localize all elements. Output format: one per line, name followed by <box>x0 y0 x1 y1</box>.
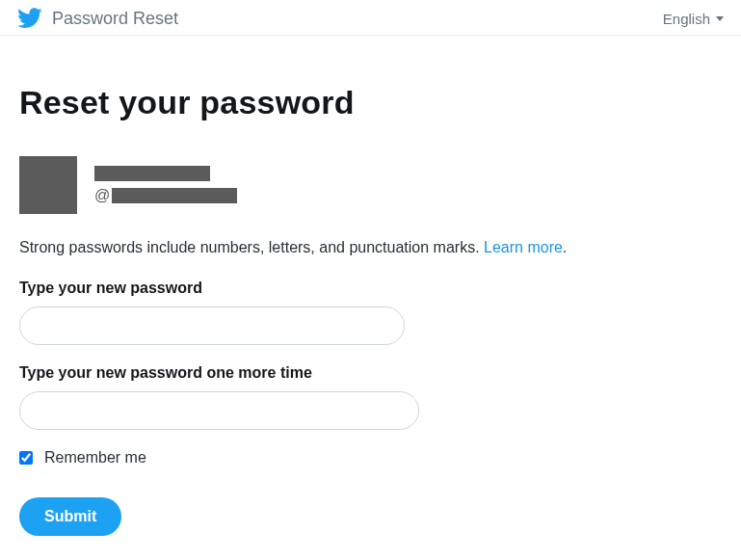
new-password-label: Type your new password <box>19 280 722 297</box>
topbar: Password Reset English <box>0 0 741 36</box>
password-hint: Strong passwords include numbers, letter… <box>19 239 722 256</box>
user-meta: @ <box>94 166 237 204</box>
user-handle-row: @ <box>94 187 237 204</box>
user-name-redacted <box>94 166 210 181</box>
submit-button[interactable]: Submit <box>19 497 121 536</box>
learn-more-link[interactable]: Learn more <box>484 239 563 255</box>
hint-text: Strong passwords include numbers, letter… <box>19 239 484 255</box>
page-title: Reset your password <box>19 84 722 121</box>
user-row: @ <box>19 156 722 214</box>
language-selector[interactable]: English <box>663 11 724 27</box>
avatar <box>19 156 77 214</box>
main-content: Reset your password @ Strong passwords i… <box>0 84 741 536</box>
chevron-down-icon <box>716 16 724 21</box>
confirm-password-input[interactable] <box>19 391 419 430</box>
new-password-field-wrap: Type your new password <box>19 280 722 345</box>
language-label: English <box>663 11 710 27</box>
twitter-bird-icon <box>17 8 42 29</box>
topbar-left: Password Reset <box>17 8 178 29</box>
at-symbol: @ <box>94 187 110 204</box>
hint-suffix: . <box>563 239 567 255</box>
remember-me-label: Remember me <box>44 449 146 467</box>
remember-me-checkbox[interactable] <box>19 451 33 465</box>
remember-me-row: Remember me <box>19 449 722 467</box>
new-password-input[interactable] <box>19 307 405 345</box>
confirm-password-field-wrap: Type your new password one more time <box>19 364 722 430</box>
confirm-password-label: Type your new password one more time <box>19 364 722 382</box>
user-handle-redacted <box>112 188 237 203</box>
brand-title: Password Reset <box>52 9 178 29</box>
